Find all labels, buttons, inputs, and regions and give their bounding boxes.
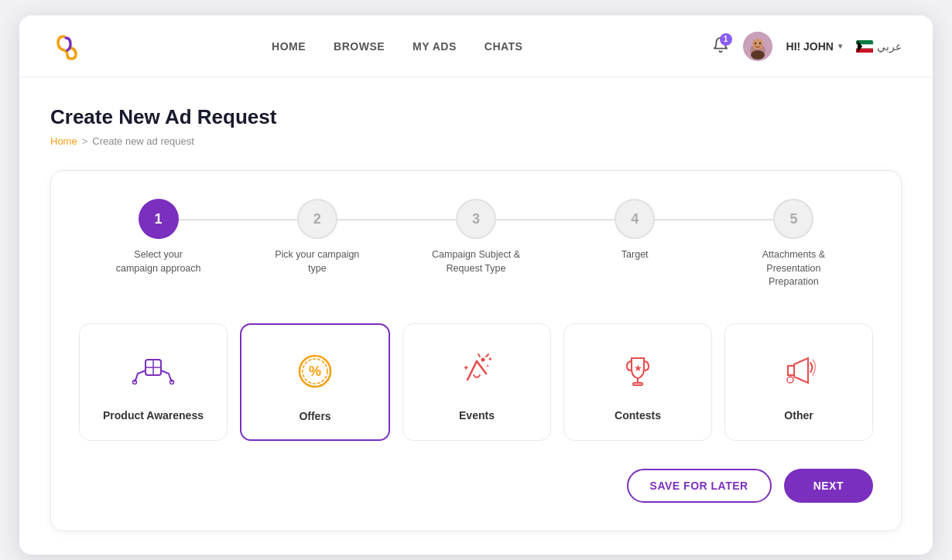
step-5-label: Attachments & Presentation Preparation (747, 248, 840, 289)
step-3: 3 Campaign Subject & Request Type (396, 199, 555, 275)
form-footer: SAVE FOR LATER NEXT (79, 469, 873, 503)
campaign-card-product-awareness[interactable]: Product Awareness (79, 323, 228, 441)
step-2: 2 Pick your campaign type (238, 199, 396, 275)
main-nav: HOME BROWSE MY ADS CHATS (272, 40, 522, 53)
step-5: 5 Attachments & Presentation Preparation (714, 199, 873, 289)
chevron-down-icon: ▾ (838, 42, 842, 50)
events-icon: ✦ ✦ (452, 346, 502, 395)
svg-rect-26 (633, 383, 642, 385)
svg-point-3 (754, 42, 755, 43)
app-window: HOME BROWSE MY ADS CHATS 1 (19, 15, 933, 555)
svg-point-4 (759, 42, 760, 43)
svg-text:%: % (309, 364, 321, 379)
breadcrumb: Home > Create new ad request (50, 135, 902, 147)
breadcrumb-current: Create new ad request (92, 135, 194, 147)
step-1-label: Select your campaign approach (112, 248, 205, 275)
nav-home[interactable]: HOME (272, 40, 306, 53)
notification-count: 1 (720, 33, 732, 46)
other-label: Other (784, 409, 813, 422)
step-3-label: Campaign Subject & Request Type (430, 248, 522, 275)
svg-text:★: ★ (634, 363, 642, 374)
notification-bell[interactable]: 1 (712, 36, 729, 56)
nav-browse[interactable]: BROWSE (334, 40, 385, 53)
svg-point-14 (133, 380, 137, 384)
step-3-circle: 3 (456, 199, 496, 239)
step-2-label: Pick your campaign type (271, 248, 364, 275)
step-5-circle: 5 (773, 199, 813, 239)
language-switcher[interactable]: عربي (856, 40, 902, 53)
campaign-card-other[interactable]: Other (724, 323, 873, 441)
svg-point-2 (752, 39, 763, 50)
next-button[interactable]: NEXT (784, 469, 873, 503)
campaign-card-contests[interactable]: ★ Contests (563, 323, 712, 441)
logo[interactable] (50, 30, 83, 63)
offers-icon: % (290, 347, 340, 396)
svg-text:✦: ✦ (488, 356, 493, 363)
step-1-circle: 1 (139, 199, 179, 239)
contests-icon: ★ (613, 346, 663, 395)
svg-point-5 (751, 50, 765, 60)
step-1: 1 Select your campaign approach (79, 199, 238, 275)
svg-point-15 (170, 380, 174, 384)
svg-line-21 (478, 354, 480, 357)
svg-text:✦: ✦ (463, 364, 469, 372)
breadcrumb-home[interactable]: Home (50, 135, 77, 147)
form-card: 1 Select your campaign approach 2 Pick y… (50, 170, 902, 531)
page-title: Create New Ad Request (50, 105, 902, 129)
step-4-label: Target (622, 248, 649, 262)
main-content: Create New Ad Request Home > Create new … (19, 77, 933, 555)
step-4-circle: 4 (615, 199, 655, 239)
other-icon (774, 346, 824, 395)
svg-point-28 (787, 377, 793, 383)
campaign-type-cards: Product Awareness % Offers (79, 323, 873, 441)
nav-chats[interactable]: CHATS (485, 40, 523, 53)
contests-label: Contests (615, 409, 661, 422)
header: HOME BROWSE MY ADS CHATS 1 (19, 15, 933, 77)
avatar[interactable] (743, 32, 772, 61)
save-for-later-button[interactable]: SAVE FOR LATER (627, 469, 772, 503)
step-4: 4 Target (556, 199, 714, 262)
breadcrumb-separator: > (82, 135, 88, 147)
events-label: Events (459, 409, 495, 422)
step-2-circle: 2 (297, 199, 337, 239)
svg-point-19 (481, 357, 485, 361)
header-right: 1 HI! JOHN ▾ (712, 32, 902, 61)
offers-label: Offers (299, 410, 330, 422)
campaign-card-offers[interactable]: % Offers (240, 323, 390, 441)
nav-my-ads[interactable]: MY ADS (413, 40, 457, 53)
user-greeting[interactable]: HI! JOHN ▾ (786, 40, 842, 53)
svg-point-20 (487, 364, 489, 367)
campaign-card-events[interactable]: ✦ ✦ Events (402, 323, 551, 441)
stepper: 1 Select your campaign approach 2 Pick y… (79, 199, 873, 289)
product-awareness-label: Product Awareness (103, 409, 204, 422)
product-awareness-icon (128, 346, 178, 395)
